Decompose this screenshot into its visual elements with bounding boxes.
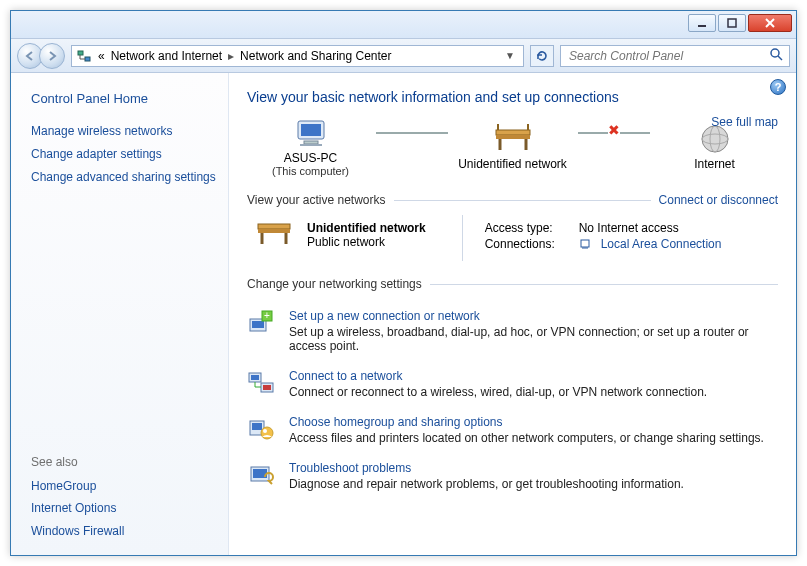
svg-rect-4 [78,51,83,55]
svg-rect-1 [728,19,736,27]
map-connection-2-broken [578,132,650,134]
map-node3-label: Internet [650,157,780,171]
computer-icon [246,115,376,151]
address-dropdown[interactable]: ▼ [501,50,519,61]
svg-rect-30 [252,321,264,328]
connections-label: Connections: [485,237,569,252]
svg-rect-21 [258,224,290,229]
active-networks-label: View your active networks [247,193,386,207]
map-connection-1 [376,132,448,134]
ethernet-icon [579,237,591,252]
svg-rect-10 [304,141,318,144]
maximize-button[interactable] [718,14,746,32]
svg-rect-36 [263,385,271,390]
setup-connection-icon: + [247,309,275,337]
help-icon[interactable]: ? [770,79,786,95]
sidebar: Control Panel Home Manage wireless netwo… [11,73,229,555]
breadcrumb-level2[interactable]: Network and Sharing Center [240,49,391,63]
svg-text:+: + [264,310,270,321]
breadcrumb-prefix: « [98,49,105,63]
chevron-right-icon: ▸ [228,49,234,63]
control-panel-home-link[interactable]: Control Panel Home [31,91,216,106]
setting-homegroup-desc: Access files and printers located on oth… [289,431,764,445]
setting-setup-connection: + Set up a new connection or network Set… [247,309,778,353]
see-full-map-link[interactable]: See full map [711,115,778,129]
refresh-button[interactable] [530,45,554,67]
svg-rect-5 [85,57,90,61]
see-also-homegroup[interactable]: HomeGroup [31,478,216,495]
svg-rect-12 [496,130,530,135]
troubleshoot-icon [247,461,275,489]
navbar: « Network and Internet ▸ Network and Sha… [11,39,796,73]
svg-rect-25 [581,240,589,247]
bench-icon [448,121,578,157]
svg-point-18 [702,126,728,152]
network-icon [76,48,92,64]
map-node1-label: ASUS-PC [246,151,376,165]
svg-rect-34 [251,375,259,380]
setting-connect-network: Connect to a network Connect or reconnec… [247,369,778,399]
access-type-value: No Internet access [579,221,679,235]
sidebar-link-advanced-sharing[interactable]: Change advanced sharing settings [31,169,216,186]
setting-homegroup-link[interactable]: Choose homegroup and sharing options [289,415,764,429]
control-panel-window: « Network and Internet ▸ Network and Sha… [10,10,797,556]
address-bar[interactable]: « Network and Internet ▸ Network and Sha… [71,45,524,67]
connection-link[interactable]: Local Area Connection [601,237,722,252]
search-input[interactable] [567,48,769,64]
bench-icon [255,219,293,251]
see-also-label: See also [31,455,216,469]
sidebar-link-adapter[interactable]: Change adapter settings [31,146,216,163]
connect-disconnect-link[interactable]: Connect or disconnect [659,193,778,207]
setting-setup-connection-link[interactable]: Set up a new connection or network [289,309,778,323]
sidebar-link-wireless[interactable]: Manage wireless networks [31,123,216,140]
change-settings-header: Change your networking settings [247,277,778,291]
search-box[interactable] [560,45,790,67]
see-also-windows-firewall[interactable]: Windows Firewall [31,523,216,540]
setting-setup-connection-desc: Set up a wireless, broadband, dial-up, a… [289,325,749,353]
connect-network-icon [247,369,275,397]
breadcrumb-level1[interactable]: Network and Internet [111,49,222,63]
svg-rect-9 [301,124,321,136]
svg-line-7 [778,56,782,60]
see-also-internet-options[interactable]: Internet Options [31,500,216,517]
active-network-name: Unidentified network [307,221,426,235]
active-network-type: Public network [307,235,426,249]
setting-connect-network-desc: Connect or reconnect to a wireless, wire… [289,385,707,399]
setting-troubleshoot: Troubleshoot problems Diagnose and repai… [247,461,778,491]
minimize-button[interactable] [688,14,716,32]
svg-point-6 [771,49,779,57]
titlebar [11,11,796,39]
setting-troubleshoot-link[interactable]: Troubleshoot problems [289,461,684,475]
svg-rect-13 [496,135,530,139]
map-node2-label: Unidentified network [448,157,578,171]
map-node1-sublabel: (This computer) [246,165,376,177]
content-pane: ? View your basic network information an… [229,73,796,555]
access-type-label: Access type: [485,221,569,235]
active-networks-header: View your active networks Connect or dis… [247,193,778,207]
page-title: View your basic network information and … [247,89,778,105]
homegroup-icon [247,415,275,443]
setting-troubleshoot-desc: Diagnose and repair network problems, or… [289,477,684,491]
svg-point-39 [261,427,273,439]
search-icon[interactable] [769,47,783,64]
svg-rect-22 [258,229,290,233]
map-node-network: Unidentified network [448,121,578,171]
network-map: See full map ASUS-PC (This computer) [247,115,778,177]
svg-point-40 [263,429,267,433]
map-node-this-computer: ASUS-PC (This computer) [246,115,376,177]
svg-rect-11 [300,144,322,146]
setting-homegroup: Choose homegroup and sharing options Acc… [247,415,778,445]
setting-connect-network-link[interactable]: Connect to a network [289,369,707,383]
change-settings-label: Change your networking settings [247,277,422,291]
forward-button[interactable] [39,43,65,69]
svg-rect-38 [252,423,262,430]
close-button[interactable] [748,14,792,32]
